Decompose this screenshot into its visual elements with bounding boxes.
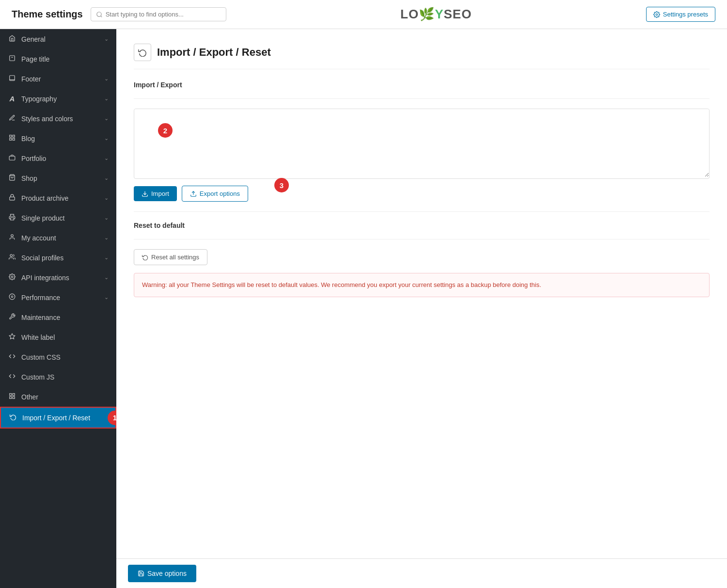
sidebar-item-performance[interactable]: Performance ⌄	[0, 287, 116, 307]
footer-icon	[8, 75, 16, 83]
import-button[interactable]: Import	[134, 186, 177, 201]
sidebar-item-typography[interactable]: A Typography ⌄	[0, 89, 116, 109]
svg-point-19	[11, 296, 13, 298]
refresh-small-icon	[142, 254, 148, 260]
warning-text: Warning: all your Theme Settings will be…	[142, 281, 541, 288]
svg-marker-20	[9, 334, 15, 339]
chevron-icon: ⌄	[104, 175, 109, 181]
sidebar-item-single-product[interactable]: Single product ⌄	[0, 208, 116, 228]
portfolio-icon	[8, 154, 16, 162]
save-bar: Save options	[116, 558, 727, 588]
my-account-icon	[8, 234, 16, 242]
svg-point-0	[96, 12, 101, 16]
app-layout: General ⌄ Page title Footer ⌄ A	[0, 29, 727, 588]
svg-point-16	[10, 254, 13, 257]
search-box[interactable]	[91, 7, 226, 21]
warning-box: Warning: all your Theme Settings will be…	[134, 273, 710, 297]
chevron-icon: ⌄	[104, 254, 109, 261]
import-textarea[interactable]	[134, 109, 709, 177]
chevron-icon: ⌄	[104, 36, 109, 42]
svg-rect-9	[13, 138, 15, 140]
single-product-icon	[8, 214, 16, 222]
import-label: Import	[151, 190, 169, 197]
search-input[interactable]	[106, 11, 221, 18]
social-profiles-icon	[8, 254, 16, 262]
sidebar-item-styles-colors[interactable]: Styles and colors ⌄	[0, 109, 116, 128]
import-export-icon	[9, 413, 17, 422]
settings-presets-label: Settings presets	[663, 11, 708, 18]
maintenance-icon	[8, 313, 16, 321]
sidebar-label-product-archive: Product archive	[21, 194, 68, 202]
svg-point-2	[656, 14, 658, 16]
sidebar-item-general[interactable]: General ⌄	[0, 29, 116, 49]
sidebar-label-page-title: Page title	[21, 55, 49, 63]
chevron-icon: ⌄	[104, 76, 109, 82]
chevron-icon: ⌄	[104, 115, 109, 122]
chevron-icon: ⌄	[104, 274, 109, 281]
import-export-title: Import / Export	[134, 81, 710, 89]
save-button-label: Save options	[147, 570, 187, 577]
svg-rect-3	[10, 56, 15, 61]
svg-rect-11	[9, 156, 15, 160]
sidebar-item-api-integrations[interactable]: API integrations ⌄	[0, 268, 116, 287]
other-icon	[8, 393, 16, 401]
svg-point-17	[11, 276, 13, 278]
save-icon	[138, 570, 144, 577]
sidebar-item-maintenance[interactable]: Maintenance	[0, 307, 116, 327]
chevron-icon: ⌄	[104, 95, 109, 102]
sidebar-item-product-archive[interactable]: Product archive ⌄	[0, 188, 116, 208]
sidebar-item-white-label[interactable]: White label	[0, 327, 116, 347]
sidebar-label-footer: Footer	[21, 75, 41, 83]
sidebar-item-import-export-reset[interactable]: Import / Export / Reset	[0, 407, 116, 429]
sidebar-label-maintenance: Maintenance	[21, 314, 60, 321]
sidebar-label-blog: Blog	[21, 135, 35, 143]
search-icon	[96, 11, 103, 18]
sidebar-item-portfolio[interactable]: Portfolio ⌄	[0, 148, 116, 168]
section-divider-2	[134, 211, 710, 212]
reset-button-label: Reset all settings	[151, 254, 199, 261]
section-divider	[134, 98, 710, 99]
sidebar-item-social-profiles[interactable]: Social profiles ⌄	[0, 248, 116, 268]
sidebar-label-single-product: Single product	[21, 214, 65, 222]
top-header: Theme settings LO🌿YSEO Settings presets	[0, 0, 727, 29]
svg-rect-8	[13, 135, 15, 137]
sidebar-label-other: Other	[21, 393, 38, 401]
svg-point-15	[11, 235, 14, 237]
sidebar-item-custom-css[interactable]: Custom CSS	[0, 347, 116, 367]
section-divider-3	[134, 239, 710, 239]
svg-rect-21	[10, 394, 12, 396]
page-heading: Import / Export / Reset	[134, 44, 710, 69]
reset-section: Reset to default Reset all settings Warn…	[134, 222, 710, 297]
custom-css-icon	[8, 353, 16, 361]
svg-rect-24	[10, 397, 12, 398]
sidebar-item-my-account[interactable]: My account ⌄	[0, 228, 116, 248]
sidebar-item-footer[interactable]: Footer ⌄	[0, 69, 116, 89]
blog-icon	[8, 134, 16, 143]
download-icon	[142, 191, 148, 197]
svg-point-18	[9, 294, 15, 300]
gear-icon	[653, 11, 660, 18]
import-textarea-container	[134, 109, 710, 179]
chevron-icon: ⌄	[104, 155, 109, 161]
chevron-icon: ⌄	[104, 195, 109, 201]
custom-js-icon	[8, 373, 16, 381]
sidebar-label-white-label: White label	[21, 334, 55, 341]
sidebar-item-custom-js[interactable]: Custom JS	[0, 367, 116, 387]
action-buttons-wrapper: 3 Import Export options	[134, 186, 710, 202]
settings-presets-button[interactable]: Settings presets	[646, 7, 715, 22]
sidebar-item-blog[interactable]: Blog ⌄	[0, 128, 116, 148]
sidebar-item-shop[interactable]: Shop ⌄	[0, 168, 116, 188]
save-options-button[interactable]: Save options	[128, 565, 196, 582]
logo-area: LO🌿YSEO	[234, 7, 638, 22]
shop-icon	[8, 174, 16, 182]
sidebar-label-typography: Typography	[21, 95, 57, 103]
reset-all-settings-button[interactable]: Reset all settings	[134, 249, 207, 265]
typography-icon: A	[8, 95, 16, 103]
sidebar-item-other[interactable]: Other	[0, 387, 116, 407]
sidebar-item-page-title[interactable]: Page title	[0, 49, 116, 69]
white-label-icon	[8, 333, 16, 341]
export-options-button[interactable]: Export options	[182, 186, 248, 202]
sidebar-label-styles: Styles and colors	[21, 115, 73, 123]
sidebar-label-performance: Performance	[21, 294, 60, 302]
badge-3: 3	[274, 178, 289, 192]
